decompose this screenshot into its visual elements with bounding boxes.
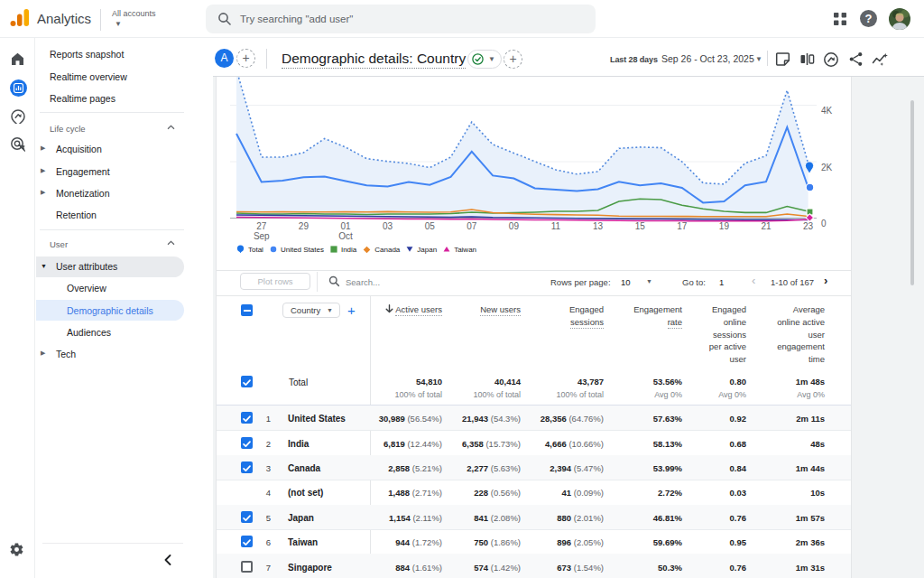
svg-text:4K: 4K [821,106,833,116]
svg-text:21: 21 [761,221,772,231]
svg-text:0: 0 [821,219,827,228]
svg-text:19: 19 [719,221,730,231]
svg-text:15: 15 [635,221,646,231]
svg-text:13: 13 [593,221,604,231]
svg-text:11: 11 [551,221,561,231]
svg-text:23: 23 [803,221,814,231]
svg-text:03: 03 [383,221,393,231]
svg-text:07: 07 [467,221,477,231]
svg-text:01: 01 [340,221,351,231]
svg-text:29: 29 [299,221,310,231]
svg-text:09: 09 [509,221,520,231]
svg-text:05: 05 [425,221,436,231]
svg-text:Sep: Sep [254,231,270,241]
svg-text:Oct: Oct [338,231,353,241]
svg-text:27: 27 [256,221,267,231]
svg-text:17: 17 [677,221,688,231]
svg-text:2K: 2K [821,163,833,172]
